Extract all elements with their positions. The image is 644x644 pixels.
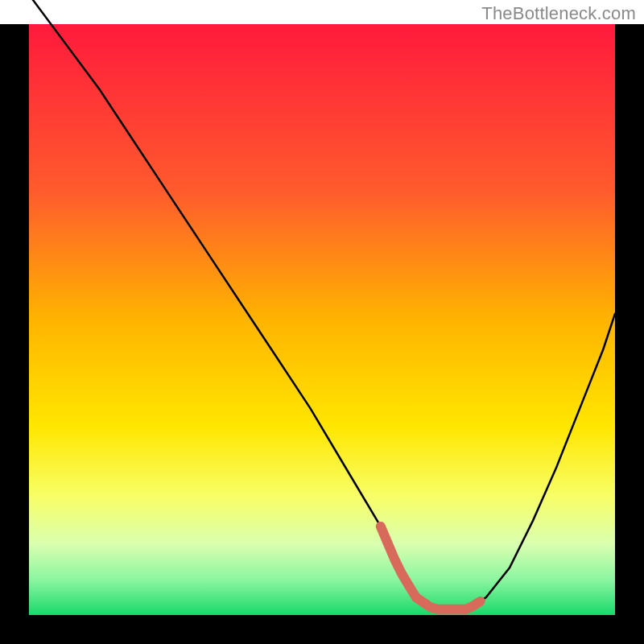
bottleneck-chart <box>0 0 644 644</box>
frame-bottom <box>0 615 644 644</box>
plot-background <box>29 24 615 615</box>
frame-left <box>0 24 29 644</box>
frame-right <box>615 24 644 644</box>
watermark-text: TheBottleneck.com <box>481 3 636 24</box>
chart-svg <box>0 0 644 644</box>
